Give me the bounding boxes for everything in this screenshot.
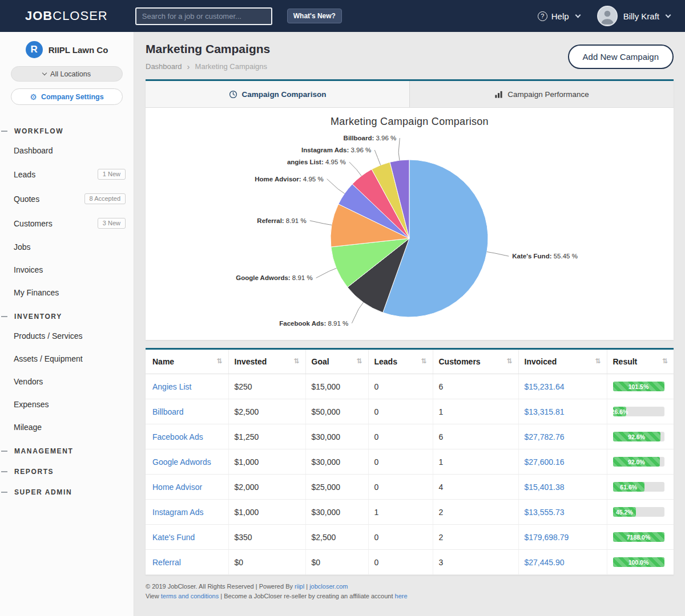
sidebar-item-label: Customers: [14, 219, 98, 228]
pie-label: Facebook Ads: 8.91 %: [279, 320, 348, 327]
sidebar-section-workflow[interactable]: WORKFLOW: [0, 119, 134, 139]
invoiced-link[interactable]: $179,698.79: [525, 533, 569, 542]
sort-icon[interactable]: ⇅: [662, 357, 668, 365]
progress-label: 92.6%: [628, 433, 645, 440]
column-header-customers[interactable]: Customers⇅: [433, 350, 518, 374]
column-header-goal[interactable]: Goal⇅: [305, 350, 368, 374]
sidebar-section-super-admin[interactable]: SUPER ADMIN: [0, 480, 134, 500]
section-dash-icon: [1, 316, 7, 317]
sidebar-item-label: Vendors: [14, 377, 126, 386]
cell-goal: $25,000: [305, 475, 368, 500]
sort-icon[interactable]: ⇅: [421, 357, 426, 365]
sidebar-item-invoices[interactable]: Invoices: [0, 258, 134, 281]
affiliate-link[interactable]: here: [395, 593, 408, 599]
progress-bar: 26.6%: [613, 407, 627, 416]
cell-leads: 0: [368, 424, 433, 449]
section-label: SUPER ADMIN: [14, 488, 72, 496]
invoiced-link[interactable]: $13,555.73: [525, 508, 565, 517]
add-new-campaign-button[interactable]: Add New Campaign: [568, 44, 674, 69]
pie-label: angies List: 4.95 %: [287, 159, 346, 165]
section-label: WORKFLOW: [14, 127, 63, 135]
sidebar-item-products-services[interactable]: Products / Services: [0, 325, 134, 347]
pie-label: Instagram Ads: 3.96 %: [301, 147, 371, 153]
campaign-link[interactable]: Instagram Ads: [152, 508, 204, 517]
locations-dropdown[interactable]: All Locations: [11, 66, 123, 82]
column-header-invoiced[interactable]: Invoiced⇅: [518, 350, 607, 374]
jobcloser-link[interactable]: jobcloser.com: [309, 583, 348, 590]
whats-new-button[interactable]: What's New?: [287, 9, 342, 23]
sidebar-item-my-finances[interactable]: My Finances: [0, 281, 134, 304]
cell-leads: 0: [368, 449, 433, 475]
progress-bar: 45.2%: [613, 507, 636, 517]
cell-leads: 0: [368, 525, 433, 550]
company-settings-button[interactable]: ⚙ Company Settings: [11, 88, 123, 105]
search-input[interactable]: [135, 7, 272, 25]
invoiced-link[interactable]: $13,315.81: [525, 407, 565, 416]
tab-campaign-performance[interactable]: Campaign Performance: [410, 81, 674, 107]
sidebar-item-dashboard[interactable]: Dashboard: [0, 139, 134, 162]
label-connector: [327, 179, 345, 194]
tab-campaign-comparison[interactable]: Campaign Comparison: [146, 81, 410, 107]
riipl-link[interactable]: riipl: [295, 583, 304, 590]
page-title: Marketing Campaigns: [146, 42, 270, 56]
column-label: Invoiced: [525, 357, 557, 366]
sort-icon[interactable]: ⇅: [595, 357, 601, 365]
campaign-link[interactable]: Home Advisor: [152, 483, 202, 492]
sort-icon[interactable]: ⇅: [506, 357, 512, 365]
progress-bar: 92.0%: [613, 457, 660, 467]
sidebar-item-jobs[interactable]: Jobs: [0, 236, 134, 258]
campaign-link[interactable]: Referral: [152, 558, 181, 567]
cell-result: 45.2%: [607, 500, 674, 525]
column-header-result[interactable]: Result⇅: [607, 350, 674, 374]
help-menu[interactable]: ? Help: [538, 11, 580, 21]
sort-icon[interactable]: ⇅: [356, 357, 362, 365]
column-header-name[interactable]: Name⇅: [146, 350, 228, 374]
campaign-link[interactable]: Google Adwords: [152, 457, 211, 467]
sidebar-item-customers[interactable]: Customers3 New: [0, 211, 134, 236]
column-header-leads[interactable]: Leads⇅: [368, 350, 433, 374]
footer-line-2: View terms and conditions | Become a Job…: [146, 591, 674, 601]
bar-chart-icon: [494, 90, 503, 99]
sidebar-item-assets-equipment[interactable]: Assets / Equipment: [0, 347, 134, 370]
invoiced-link[interactable]: $27,600.16: [525, 457, 565, 467]
sidebar-item-expenses[interactable]: Expenses: [0, 393, 134, 416]
footer-line-1: © 2019 JobCloser. All Rights Reserved | …: [146, 582, 674, 591]
sidebar-item-mileage[interactable]: Mileage: [0, 416, 134, 439]
campaign-link[interactable]: Angies List: [152, 382, 191, 391]
sidebar-item-vendors[interactable]: Vendors: [0, 370, 134, 393]
sidebar-item-label: Assets / Equipment: [14, 354, 126, 363]
table-body: Angies List$250$15,00006$15,231.64101.5%…: [146, 374, 674, 575]
invoiced-link[interactable]: $27,782.76: [525, 432, 565, 441]
person-icon: [598, 7, 616, 25]
invoiced-link[interactable]: $27,445.90: [525, 558, 565, 567]
cell-invested: $2,000: [228, 475, 305, 500]
sort-icon[interactable]: ⇅: [216, 357, 222, 365]
sidebar-section-management[interactable]: MANAGEMENT: [0, 439, 134, 459]
cell-result: 100.0%: [607, 550, 674, 575]
terms-link[interactable]: terms and conditions: [161, 593, 219, 599]
sidebar-item-quotes[interactable]: Quotes8 Accepted: [0, 187, 134, 211]
chevron-down-icon: [666, 12, 671, 18]
invoiced-link[interactable]: $15,401.38: [525, 483, 565, 492]
sidebar-section-reports[interactable]: REPORTS: [0, 459, 134, 480]
app-logo[interactable]: JOBCLOSER: [25, 9, 108, 23]
cell-result: 101.5%: [607, 374, 674, 399]
label-connector: [398, 138, 400, 160]
table-header-row: Name⇅Invested⇅Goal⇅Leads⇅Customers⇅Invoi…: [146, 350, 674, 374]
avatar[interactable]: [597, 6, 618, 26]
sidebar-item-leads[interactable]: Leads1 New: [0, 162, 134, 187]
user-name[interactable]: Billy Kraft: [623, 11, 659, 21]
chart-body: Marketing Campaign Comparison Kate's Fun…: [146, 108, 674, 340]
label-connector: [374, 150, 380, 165]
cell-customers: 1: [433, 449, 518, 475]
campaign-link[interactable]: Kate's Fund: [152, 533, 195, 542]
campaign-link[interactable]: Billboard: [152, 407, 183, 416]
breadcrumb-dashboard[interactable]: Dashboard: [146, 62, 182, 71]
table-row: Kate's Fund$350$2,50002$179,698.797188.0…: [146, 525, 674, 550]
item-badge: 8 Accepted: [84, 193, 126, 204]
column-header-invested[interactable]: Invested⇅: [228, 350, 305, 374]
invoiced-link[interactable]: $15,231.64: [525, 382, 565, 391]
campaign-link[interactable]: Facebook Ads: [152, 432, 203, 441]
sidebar-section-inventory[interactable]: INVENTORY: [0, 304, 134, 325]
sort-icon[interactable]: ⇅: [293, 357, 299, 365]
